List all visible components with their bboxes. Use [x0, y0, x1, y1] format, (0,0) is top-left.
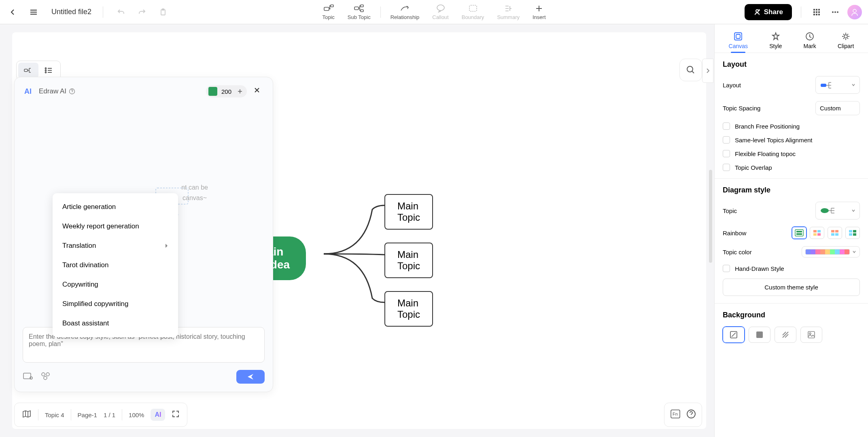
svg-rect-14	[816, 11, 817, 13]
color-strip	[805, 249, 850, 255]
bg-tile-none[interactable]	[723, 327, 745, 343]
tab-canvas[interactable]: Canvas	[724, 28, 753, 53]
more-button[interactable]	[829, 6, 842, 19]
ai-tool-2[interactable]	[40, 372, 51, 382]
menu-tarot[interactable]: Tarot divination	[53, 255, 178, 275]
chevron-right-icon	[706, 68, 710, 74]
tool-topic[interactable]: Topic	[316, 2, 341, 22]
svg-point-25	[45, 70, 47, 71]
ai-send-button[interactable]	[236, 370, 265, 384]
fullscreen-button[interactable]	[172, 410, 180, 420]
outline-view-button[interactable]	[38, 63, 59, 78]
layout-dropdown[interactable]	[815, 76, 860, 94]
chevron-down-icon	[852, 250, 856, 254]
menu-button[interactable]	[27, 6, 40, 19]
svg-rect-61	[808, 331, 815, 338]
summary-icon	[503, 4, 513, 13]
topic-node-2[interactable]: Main Topic	[384, 243, 433, 278]
menu-article-generation[interactable]: Article generation	[53, 197, 178, 217]
menu-boast-assistant[interactable]: Boast assistant	[53, 314, 178, 333]
svg-rect-2	[331, 5, 333, 7]
topic-count: Topic 4	[45, 412, 64, 418]
flexible-floating-checkbox[interactable]: Flexible Floating topoc	[723, 150, 860, 157]
same-level-checkbox[interactable]: Same-level Topics Alignment	[723, 136, 860, 144]
rainbow-swatch-3[interactable]	[828, 227, 842, 239]
top-right-group: Share	[745, 4, 862, 20]
divider	[380, 6, 381, 18]
mindmap-view-button[interactable]	[18, 63, 38, 78]
separator	[715, 178, 868, 179]
checkbox-icon	[723, 164, 730, 171]
tool-relationship[interactable]: Relationship	[384, 2, 426, 22]
rainbow-swatch-2[interactable]	[810, 227, 824, 239]
help-button[interactable]	[686, 409, 696, 420]
boundary-icon	[468, 4, 478, 13]
callout-icon	[435, 4, 445, 13]
panel-tabs: Canvas Style Mark Clipart	[715, 24, 868, 53]
rainbow-swatch-4[interactable]	[845, 227, 860, 239]
menu-simplified-copywriting[interactable]: Simplified copywriting	[53, 294, 178, 314]
svg-rect-5	[361, 10, 363, 12]
svg-point-41	[844, 35, 847, 38]
file-title[interactable]: Untitled file2	[51, 8, 91, 16]
bg-tile-stripes[interactable]	[775, 327, 796, 343]
collapse-panel-button[interactable]	[702, 59, 713, 83]
bg-tile-image[interactable]	[800, 327, 822, 343]
svg-rect-51	[831, 230, 834, 232]
svg-point-9	[759, 10, 760, 11]
scrollbar-thumb[interactable]	[709, 170, 712, 263]
svg-point-37	[687, 66, 693, 72]
tab-clipart[interactable]: Clipart	[833, 28, 859, 53]
hand-drawn-checkbox[interactable]: Hand-Drawn Style	[723, 265, 860, 272]
topic-node-1[interactable]: Main Topic	[384, 194, 433, 230]
search-button[interactable]	[679, 59, 702, 81]
back-button[interactable]	[6, 6, 19, 19]
page-label[interactable]: Page-1	[78, 412, 97, 418]
tool-sub-topic[interactable]: Sub Topic	[341, 2, 377, 22]
svg-rect-47	[813, 230, 817, 232]
page-number: 1 / 1	[104, 412, 115, 418]
paste-button[interactable]	[157, 6, 170, 19]
zoom-level[interactable]: 100%	[129, 412, 144, 418]
topic-style-dropdown[interactable]	[815, 202, 860, 220]
rainbow-swatch-1[interactable]	[792, 227, 806, 239]
topic-style-field: Topic	[723, 202, 860, 220]
branch-free-checkbox[interactable]: Branch Free Positioning	[723, 122, 860, 130]
menu-weekly-report[interactable]: Weekly report generation	[53, 217, 178, 236]
tab-style[interactable]: Style	[764, 28, 787, 53]
topic-color-dropdown[interactable]	[802, 246, 860, 258]
ai-credit-count: 200	[220, 88, 233, 95]
svg-text:Fn: Fn	[673, 412, 678, 416]
tab-mark[interactable]: Mark	[799, 28, 821, 53]
topic-overlap-checkbox[interactable]: Topic Overlap	[723, 164, 860, 171]
share-button[interactable]: Share	[745, 4, 792, 20]
fn-button[interactable]: Fn	[670, 409, 681, 420]
topic-node-3[interactable]: Main Topic	[384, 291, 433, 327]
help-icon[interactable]	[69, 88, 75, 95]
map-button[interactable]	[22, 410, 32, 420]
tool-insert[interactable]: Insert	[526, 2, 552, 22]
svg-point-34	[42, 373, 45, 376]
svg-rect-23	[24, 69, 28, 72]
avatar-icon	[850, 8, 859, 17]
spacing-dropdown[interactable]: Custom	[815, 101, 860, 115]
apps-button[interactable]	[810, 6, 823, 19]
add-credit-button[interactable]	[236, 87, 244, 96]
svg-rect-39	[736, 34, 740, 38]
avatar[interactable]	[847, 5, 862, 19]
layout-field: Layout	[723, 76, 860, 94]
ai-tool-1[interactable]	[23, 372, 33, 382]
menu-translation[interactable]: Translation	[53, 236, 178, 255]
svg-rect-60	[756, 331, 763, 338]
svg-rect-3	[354, 7, 359, 10]
bg-tile-solid[interactable]	[749, 327, 770, 343]
ai-chip-button[interactable]: AI	[151, 409, 165, 421]
redo-button[interactable]	[136, 6, 149, 19]
menu-copywriting[interactable]: Copywriting	[53, 275, 178, 294]
svg-point-43	[821, 208, 829, 213]
undo-button[interactable]	[115, 6, 127, 19]
svg-rect-55	[849, 230, 852, 232]
svg-rect-42	[821, 84, 826, 87]
custom-theme-button[interactable]: Custom theme style	[723, 279, 860, 296]
close-button[interactable]	[253, 87, 263, 96]
